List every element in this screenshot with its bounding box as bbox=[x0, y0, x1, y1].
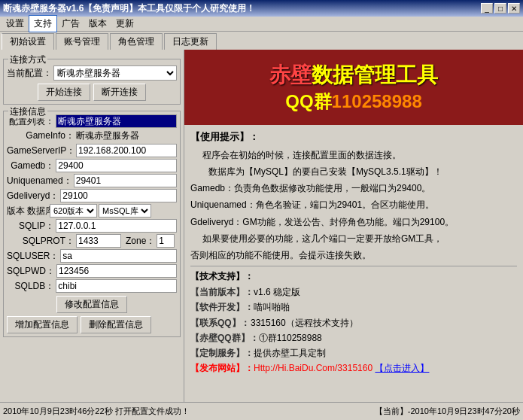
game-server-ip-row: GameServerIP： bbox=[7, 144, 177, 157]
sqluser-label: SQLUSER： bbox=[7, 250, 59, 263]
uniquenamed-label: Uniquenamed： bbox=[7, 175, 72, 187]
zone-input[interactable] bbox=[157, 234, 175, 248]
add-config-button[interactable]: 增加配置信息 bbox=[7, 316, 78, 333]
help-title: 【使用提示】： bbox=[190, 129, 517, 145]
status-right: 【当前】-2010年10月9日23时47分20秒 bbox=[375, 406, 520, 417]
tech-row-0: 【当前版本】： v1.6 稳定版 bbox=[190, 285, 517, 300]
info-section-label: 连接信息 bbox=[8, 105, 47, 118]
modify-config-button[interactable]: 修改配置信息 bbox=[56, 296, 127, 313]
sqldb-input[interactable] bbox=[56, 279, 177, 293]
uniquenamed-row: Uniquenamed： bbox=[7, 174, 177, 187]
game-server-ip-input[interactable] bbox=[76, 144, 177, 157]
gamedb-label: Gamedb： bbox=[7, 160, 54, 172]
connection-info-section: 连接信息 配置列表： GameInfo： 断魂赤壁服务器 GameServerI… bbox=[3, 111, 181, 337]
sqlip-row: SQLIP： bbox=[7, 219, 177, 233]
tech-value-1: 喵叫啪啪 bbox=[254, 300, 290, 315]
close-button[interactable]: ✕ bbox=[508, 3, 520, 14]
config-select[interactable]: 断魂赤壁服务器 bbox=[53, 65, 177, 81]
tab-init[interactable]: 初始设置 bbox=[2, 33, 54, 50]
sqluser-input[interactable] bbox=[60, 249, 177, 263]
tech-row-3: 【赤壁QQ群】： ①群110258988 bbox=[190, 331, 517, 345]
gdeliveryd-input[interactable] bbox=[60, 189, 177, 202]
sqldb-label: SQLDB： bbox=[7, 280, 54, 293]
connect-method-group: 连接方式 当前配置： 断魂赤壁服务器 开始连接 断开连接 bbox=[3, 59, 181, 105]
db-select-group: 620版本 MsSQL库 bbox=[50, 204, 151, 218]
window-controls: _ □ ✕ bbox=[481, 3, 520, 14]
game-server-ip-label: GameServerIP： bbox=[7, 145, 74, 157]
maximize-button[interactable]: □ bbox=[494, 3, 506, 14]
tab-bar: 初始设置 账号管理 角色管理 日志更新 bbox=[0, 32, 523, 50]
uniquenamed-input[interactable] bbox=[74, 174, 177, 187]
menu-settings[interactable]: 设置 bbox=[2, 16, 29, 32]
sqlpwd-input[interactable] bbox=[56, 264, 177, 278]
tech-link[interactable]: 【点击进入】 bbox=[375, 363, 429, 373]
brand-part1: 赤壁 bbox=[269, 63, 312, 87]
gdeliveryd-row: Gdeliveryd： bbox=[7, 189, 177, 202]
gdeliveryd-label: Gdeliveryd： bbox=[7, 190, 59, 202]
menu-ads[interactable]: 广告 bbox=[57, 16, 84, 32]
help-line-3: Uniquenamed：角色名验证，端口为29401。合区功能使用。 bbox=[190, 198, 517, 212]
help-line-0: 程序会在初始的时候，连接配置里面的数据连接。 bbox=[202, 148, 517, 163]
help-line-4: Gdeliveryd：GM功能，发送公告、封停角色功能。端口为29100。 bbox=[190, 215, 517, 230]
tech-url: Http://Hi.BaiDu.Com/3315160 bbox=[254, 363, 375, 373]
game-info-label: GameInfo： bbox=[7, 129, 74, 142]
delete-config-button[interactable]: 删除配置信息 bbox=[81, 316, 151, 333]
sqlpwd-label: SQLPWD： bbox=[7, 265, 55, 278]
right-panel: 赤壁数据管理工具 QQ群110258988 【使用提示】： 程序会在初始的时候，… bbox=[184, 50, 523, 402]
current-config-label: 当前配置： bbox=[7, 67, 52, 80]
config-list-input[interactable] bbox=[56, 114, 177, 128]
tech-label-0: 【当前版本】： bbox=[190, 285, 254, 300]
menu-support[interactable]: 支持 bbox=[29, 15, 57, 32]
db-version-row: 版本 数据库： 620版本 MsSQL库 bbox=[7, 204, 177, 218]
sqlprot-label: SQLPROT： bbox=[7, 235, 74, 248]
connect-button[interactable]: 开始连接 bbox=[38, 84, 90, 101]
tech-label-3: 【赤壁QQ群】： bbox=[190, 331, 259, 345]
tech-value-3: ①群110258988 bbox=[259, 331, 322, 345]
tech-row-5: 【发布网站】： Http://Hi.BaiDu.Com/3315160 【点击进… bbox=[190, 361, 517, 376]
qq-number: 110258988 bbox=[332, 91, 422, 111]
left-panel: 连接方式 当前配置： 断魂赤壁服务器 开始连接 断开连接 连接信息 配置列表： … bbox=[0, 50, 184, 402]
title-bar: 断魂赤壁服务器v1.6【免责声明】本工具仅限于个人研究使用！ _ □ ✕ bbox=[0, 0, 523, 17]
gamedb-input[interactable] bbox=[56, 159, 177, 172]
tab-log[interactable]: 日志更新 bbox=[164, 33, 217, 50]
tech-label-1: 【软件开发】： bbox=[190, 300, 254, 315]
gamedb-row: Gamedb： bbox=[7, 159, 177, 172]
main-content: 连接方式 当前配置： 断魂赤壁服务器 开始连接 断开连接 连接信息 配置列表： … bbox=[0, 50, 523, 402]
sqlip-input[interactable] bbox=[56, 219, 177, 233]
tech-label-2: 【联系QQ】： bbox=[190, 316, 251, 330]
db-version-select[interactable]: 620版本 bbox=[50, 204, 97, 218]
current-config-row: 当前配置： 断魂赤壁服务器 bbox=[7, 65, 177, 81]
qq-group: QQ群110258988 bbox=[285, 90, 421, 114]
disconnect-button[interactable]: 断开连接 bbox=[93, 84, 146, 101]
tab-role[interactable]: 角色管理 bbox=[110, 33, 163, 50]
tab-account[interactable]: 账号管理 bbox=[56, 33, 108, 50]
tech-value-5: Http://Hi.BaiDu.Com/3315160 【点击进入】 bbox=[254, 361, 429, 376]
sqluser-row: SQLUSER： bbox=[7, 249, 177, 263]
sqlip-label: SQLIP： bbox=[7, 220, 54, 233]
tech-value-0: v1.6 稳定版 bbox=[254, 285, 300, 300]
menu-version[interactable]: 版本 bbox=[84, 16, 111, 32]
db-type-select[interactable]: MsSQL库 bbox=[99, 204, 151, 218]
sqlpwd-row: SQLPWD： bbox=[7, 264, 177, 278]
sqldb-row: SQLDB： bbox=[7, 279, 177, 293]
connect-buttons: 开始连接 断开连接 bbox=[7, 84, 177, 101]
sqlprot-input[interactable] bbox=[76, 234, 121, 248]
right-content: 【使用提示】： 程序会在初始的时候，连接配置里面的数据连接。 数据库为【MySQ… bbox=[184, 125, 523, 402]
menu-update[interactable]: 更新 bbox=[111, 16, 138, 32]
brand-part2: 数据管理工具 bbox=[312, 63, 438, 87]
tech-section: 【技术支持】： 【当前版本】： v1.6 稳定版 【软件开发】： 喵叫啪啪 【联… bbox=[190, 269, 517, 376]
minimize-button[interactable]: _ bbox=[481, 3, 493, 14]
divider bbox=[190, 266, 517, 266]
tech-label-5: 【发布网站】： bbox=[190, 361, 254, 376]
zone-label: Zone： bbox=[126, 235, 155, 248]
qq-label: QQ群 bbox=[285, 91, 331, 111]
modify-btn-row: 修改配置信息 bbox=[7, 296, 177, 313]
game-info-value: 断魂赤壁服务器 bbox=[76, 129, 177, 142]
status-bar: 2010年10月9日23时46分22秒 打开配置文件成功！ 【当前】-2010年… bbox=[0, 402, 523, 420]
brand-header: 赤壁数据管理工具 QQ群110258988 bbox=[184, 50, 523, 125]
help-line-6: 否则相应的功能不能使用。会提示连接失败。 bbox=[190, 248, 517, 263]
status-left: 2010年10月9日23时46分22秒 打开配置文件成功！ bbox=[3, 406, 369, 417]
db-version-label: 版本 数据库： bbox=[7, 205, 48, 218]
help-line-2: Gamedb：负责角色数据修改功能使用，一般端口为29400。 bbox=[190, 181, 517, 196]
sqlprot-row: SQLPROT： Zone： bbox=[7, 234, 177, 248]
